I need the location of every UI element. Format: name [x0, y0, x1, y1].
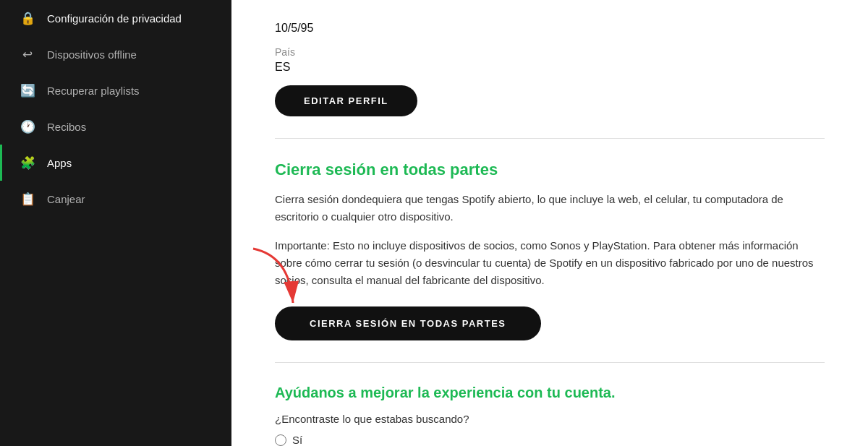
sidebar-item-label: Dispositivos offline — [47, 48, 137, 61]
signout-section: Cierra sesión en todas partes Cierra ses… — [275, 139, 825, 363]
improve-question: ¿Encontraste lo que estabas buscando? — [275, 413, 825, 425]
sidebar-item-label: Recuperar playlists — [47, 85, 140, 97]
sidebar: 🔒 Configuración de privacidad ↩ Disposit… — [0, 0, 231, 446]
radio-si[interactable] — [275, 434, 286, 446]
signout-note: Importante: Esto no incluye dispositivos… — [275, 237, 825, 289]
sidebar-item-offline[interactable]: ↩ Dispositivos offline — [0, 36, 231, 72]
main-content: 10/5/95 País ES EDITAR PERFIL Cierra ses… — [231, 0, 868, 446]
clock-icon: 🕐 — [20, 119, 35, 134]
improve-title: Ayúdanos a mejorar la experiencia con tu… — [275, 385, 825, 401]
sidebar-item-label: Configuración de privacidad — [47, 12, 182, 25]
sidebar-item-label: Canjear — [47, 193, 85, 205]
country-value: ES — [275, 61, 825, 74]
refresh-icon: 🔄 — [20, 82, 35, 98]
sidebar-item-privacidad[interactable]: 🔒 Configuración de privacidad — [0, 0, 231, 36]
signout-title: Cierra sesión en todas partes — [275, 160, 825, 179]
sidebar-item-canjear[interactable]: 📋 Canjear — [0, 181, 231, 217]
signout-button-container: CIERRA SESIÓN EN TODAS PARTES — [275, 306, 541, 340]
profile-section: 10/5/95 País ES EDITAR PERFIL — [275, 0, 825, 139]
offline-icon: ↩ — [20, 46, 35, 62]
signout-button[interactable]: CIERRA SESIÓN EN TODAS PARTES — [275, 306, 541, 340]
sidebar-item-apps[interactable]: 🧩 Apps — [0, 145, 231, 181]
puzzle-icon: 🧩 — [20, 155, 35, 171]
lock-icon: 🔒 — [20, 10, 35, 26]
signout-description: Cierra sesión dondequiera que tengas Spo… — [275, 191, 825, 226]
date-value: 10/5/95 — [275, 22, 825, 35]
improve-section: Ayúdanos a mejorar la experiencia con tu… — [275, 363, 825, 446]
radio-option-yes: Sí — [275, 434, 825, 446]
sidebar-item-playlists[interactable]: 🔄 Recuperar playlists — [0, 72, 231, 108]
radio-si-label: Sí — [292, 434, 302, 446]
sidebar-item-recibos[interactable]: 🕐 Recibos — [0, 108, 231, 145]
sidebar-item-label: Apps — [47, 157, 72, 169]
sidebar-item-label: Recibos — [47, 121, 86, 133]
edit-profile-button[interactable]: EDITAR PERFIL — [275, 85, 417, 116]
clipboard-icon: 📋 — [20, 191, 35, 207]
country-label: País — [275, 46, 825, 58]
